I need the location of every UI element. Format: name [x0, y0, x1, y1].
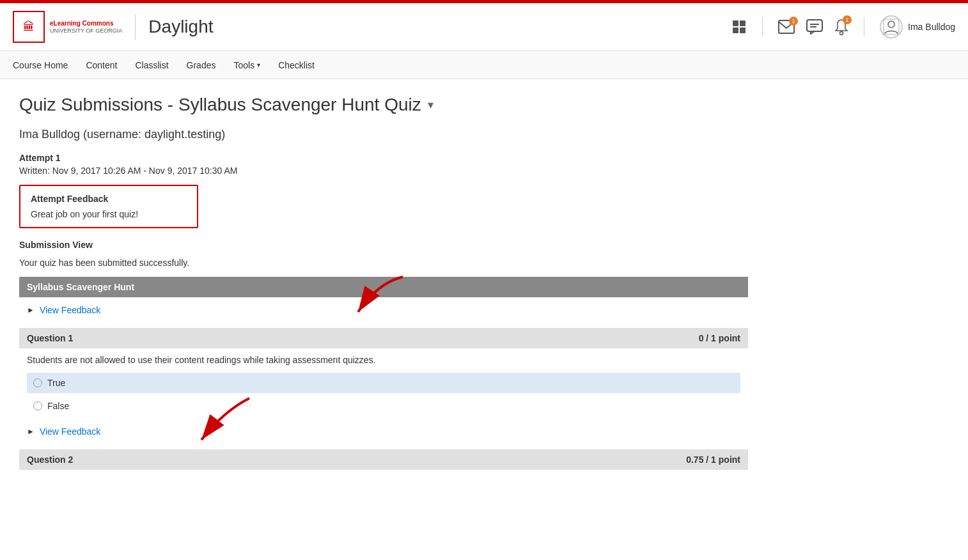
header-divider2	[762, 17, 763, 36]
section-view-feedback-link[interactable]: View Feedback	[40, 305, 100, 315]
logo-area: 🏛 eLearning Commons UNIVERSITY OF GEORGI…	[13, 11, 122, 43]
submission-view-label: Submission View	[19, 240, 748, 250]
option-false: False	[27, 396, 740, 416]
section-area: Syllabus Scavenger Hunt ► View Feedback	[19, 277, 748, 318]
question-1-text: Students are not allowed to use their co…	[27, 355, 740, 365]
attempt-feedback-box: Attempt Feedback Great job on your first…	[19, 185, 198, 228]
header: 🏛 eLearning Commons UNIVERSITY OF GEORGI…	[0, 3, 968, 51]
logo-sub: UNIVERSITY OF GEORGIA	[50, 27, 122, 35]
page-title-text: Quiz Submissions - Syllabus Scavenger Hu…	[19, 95, 421, 115]
svg-point-8	[840, 32, 843, 35]
nav-tools[interactable]: Tools ▾	[233, 60, 260, 70]
radio-true	[33, 378, 42, 387]
nav-course-home[interactable]: Course Home	[13, 52, 68, 78]
bell-icon-btn[interactable]: 1	[834, 19, 848, 35]
title-dropdown-arrow[interactable]: ▾	[428, 98, 433, 112]
question-2-header: Question 2 0.75 / 1 point	[19, 449, 748, 470]
header-left: 🏛 eLearning Commons UNIVERSITY OF GEORGI…	[13, 11, 214, 43]
option-false-label: False	[47, 401, 69, 411]
svg-rect-5	[807, 20, 822, 31]
svg-rect-3	[740, 27, 746, 33]
svg-point-9	[888, 21, 894, 27]
attempt-date: Written: Nov 9, 2017 10:26 AM - Nov 9, 2…	[19, 166, 748, 176]
email-badge: 1	[789, 17, 798, 26]
submission-success-text: Your quiz has been submitted successfull…	[19, 258, 748, 268]
logo-box: 🏛	[13, 11, 45, 43]
feedback-box-text: Great job on your first quiz!	[31, 209, 187, 219]
tools-label: Tools	[233, 60, 254, 70]
student-name: Ima Bulldog (username: daylight.testing)	[19, 128, 748, 141]
main-nav: Course Home Content Classlist Grades Too…	[0, 51, 968, 79]
section-expand-icon[interactable]: ►	[27, 306, 35, 315]
svg-rect-1	[740, 20, 746, 26]
question-1-label: Question 1	[27, 333, 73, 343]
grid-icon-btn[interactable]	[731, 19, 747, 35]
user-area[interactable]: Ima Bulldog	[880, 15, 955, 38]
nav-classlist[interactable]: Classlist	[135, 52, 168, 78]
email-icon-btn[interactable]: 1	[778, 20, 795, 34]
main-content: Quiz Submissions - Syllabus Scavenger Hu…	[0, 79, 767, 485]
options-list: True False	[27, 373, 740, 416]
section-view-feedback-row: ► View Feedback	[19, 302, 748, 318]
question-1-score: 0 / 1 point	[699, 333, 740, 343]
nav-checklist[interactable]: Checklist	[278, 52, 315, 78]
logo-brand: eLearning Commons	[50, 19, 122, 27]
question-2-score: 0.75 / 1 point	[686, 455, 740, 465]
logo-text-area: eLearning Commons UNIVERSITY OF GEORGIA	[50, 19, 122, 35]
question-2-label: Question 2	[27, 455, 73, 465]
chat-icon-btn[interactable]	[806, 19, 823, 35]
nav-content[interactable]: Content	[86, 52, 117, 78]
logo-icon: 🏛	[23, 20, 35, 34]
q1-view-feedback-link[interactable]: View Feedback	[40, 426, 100, 437]
bell-badge: 1	[843, 15, 852, 24]
nav-grades[interactable]: Grades	[187, 52, 216, 78]
option-true: True	[27, 373, 740, 393]
header-right: 1 1 Im	[731, 15, 955, 38]
grid-icon	[731, 19, 747, 35]
question-1-area: Question 1 0 / 1 point Students are not …	[19, 328, 748, 439]
radio-false	[33, 401, 42, 410]
avatar-icon	[883, 19, 900, 35]
svg-rect-0	[733, 20, 738, 26]
q1-view-feedback-row: ► View Feedback	[19, 424, 748, 439]
q1-expand-icon[interactable]: ►	[27, 427, 35, 436]
section-header-text: Syllabus Scavenger Hunt	[27, 282, 134, 292]
header-divider3	[864, 17, 864, 36]
page-title: Quiz Submissions - Syllabus Scavenger Hu…	[19, 95, 748, 115]
header-divider	[135, 14, 136, 40]
option-true-label: True	[47, 378, 65, 388]
user-name-label: Ima Bulldog	[908, 22, 955, 32]
attempt-label: Attempt 1	[19, 153, 748, 163]
chat-icon	[806, 19, 823, 35]
chevron-down-icon: ▾	[257, 61, 260, 68]
app-title: Daylight	[148, 17, 213, 37]
section-header-bar: Syllabus Scavenger Hunt	[19, 277, 748, 297]
svg-rect-2	[733, 27, 738, 33]
user-avatar	[880, 15, 903, 38]
feedback-box-title: Attempt Feedback	[31, 194, 187, 204]
question-1-header: Question 1 0 / 1 point	[19, 328, 748, 348]
